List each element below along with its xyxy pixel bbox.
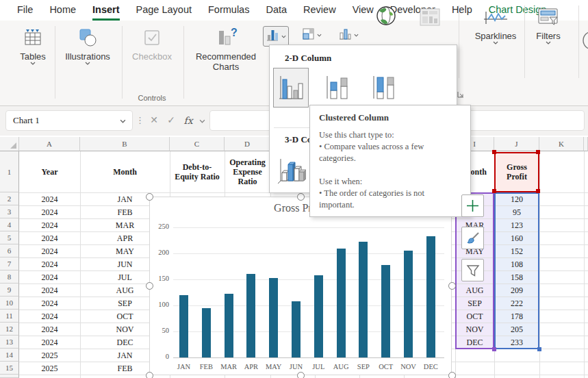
row-header-2[interactable]: 2 [0,192,19,205]
bar-MAY[interactable] [269,278,278,357]
chart-selection-handle[interactable] [297,372,305,378]
charts-dialog-launcher[interactable] [457,89,465,101]
chart-filters-button[interactable] [461,259,484,281]
insert-combo-chart-button[interactable] [338,27,359,43]
header-operating-expense-ratio[interactable]: Operating Expense Ratio [225,151,270,192]
bar-FEB[interactable] [202,308,211,357]
column-header-B[interactable]: B [80,137,170,151]
menu-tab-home[interactable]: Home [49,0,76,21]
row-header-13[interactable]: 13 [0,336,19,349]
insert-function-button[interactable]: fx [180,110,196,131]
chart-selection-handle[interactable] [146,193,153,201]
row-header-10[interactable]: 10 [0,297,19,310]
menu-tab-data[interactable]: Data [266,0,287,21]
range-handle[interactable] [536,189,540,193]
column-header-C[interactable]: C [170,137,225,151]
cell-year-4[interactable]: 2024 [19,218,80,231]
header-year[interactable]: Year [19,151,80,192]
bar-NOV[interactable] [404,251,413,357]
chart-value-range-border[interactable] [494,192,539,349]
row-header-3[interactable]: 3 [0,205,19,218]
hundred-stacked-column-option[interactable] [366,68,402,108]
row-header-11[interactable]: 11 [0,310,19,323]
chart-selection-handle[interactable] [448,372,456,378]
column-header-D[interactable]: D [225,137,270,151]
chart-selection-handle[interactable] [448,282,456,290]
bar-SEP[interactable] [359,242,368,357]
cell-year-8[interactable]: 2024 [19,270,80,284]
cell-year-10[interactable]: 2024 [19,297,80,310]
tables-button[interactable]: Tables [12,25,53,65]
select-all-corner[interactable] [0,137,19,151]
cancel-button[interactable]: ✕ [146,110,162,131]
chart-selection-handle[interactable] [146,372,153,378]
menu-tab-insert[interactable]: Insert [92,0,120,21]
cell-year-12[interactable]: 2024 [19,323,80,336]
cell-year-13[interactable]: 2024 [19,336,80,349]
cell-year-11[interactable]: 2024 [19,310,80,323]
range-handle[interactable] [537,347,541,351]
cell-year-5[interactable]: 2024 [19,231,80,244]
cell-year-14[interactable]: 2025 [19,349,80,362]
cell-year-3[interactable]: 2024 [19,205,80,218]
range-handle[interactable] [536,150,540,154]
insert-hierarchy-chart-button[interactable] [302,27,322,43]
filters-button[interactable]: Filters [528,4,568,45]
menu-tab-review[interactable]: Review [303,0,336,21]
bar-JAN[interactable] [179,295,188,357]
range-handle[interactable] [492,150,496,154]
row-header-1[interactable]: 1 [0,151,19,192]
cell-year-9[interactable]: 2024 [19,284,80,297]
row-header-8[interactable]: 8 [0,270,19,284]
bar-JUL[interactable] [314,275,323,357]
bar-OCT[interactable] [381,265,390,357]
menu-tab-file[interactable]: File [17,0,33,21]
bar-MAR[interactable] [225,294,233,357]
row-header-14[interactable]: 14 [0,349,19,362]
chevron-down-icon[interactable] [197,110,207,131]
chart-selection-handle[interactable] [146,282,153,290]
recommended-charts-button[interactable]: ? Recommended Charts [190,25,261,72]
row-header-6[interactable]: 6 [0,244,19,257]
cell-year-6[interactable]: 2024 [19,244,80,257]
menu-tab-page-layout[interactable]: Page Layout [136,0,192,21]
bar-DEC[interactable] [426,236,435,357]
name-box[interactable]: Chart 1 [5,110,133,131]
row-header-9[interactable]: 9 [0,284,19,297]
cell-year-15[interactable]: 2025 [19,362,80,375]
row-header-7[interactable]: 7 [0,257,19,270]
bar-JUN[interactable] [292,301,301,357]
chart-styles-button[interactable] [461,227,484,249]
clustered-column-option[interactable] [273,68,309,108]
cell-year-2[interactable]: 2024 [19,192,80,205]
column-header-A[interactable]: A [19,137,80,151]
header-debt-to-equity-ratio[interactable]: Debt-to-Equity Ratio [170,151,225,192]
range-handle[interactable] [492,189,496,193]
header-month[interactable]: Month [80,151,170,192]
sparklines-button[interactable]: Sparklines [471,4,520,45]
bar-AUG[interactable] [337,249,346,357]
illustrations-button[interactable]: Illustrations [63,25,112,65]
maps-button[interactable] [375,5,397,29]
column-header-J[interactable]: J [494,137,539,151]
column-header-K[interactable]: K [539,137,584,151]
menu-tab-help[interactable]: Help [452,0,472,21]
menu-tab-formulas[interactable]: Formulas [208,0,249,21]
menu-tab-view[interactable]: View [353,0,374,21]
row-header-5[interactable]: 5 [0,231,19,244]
cell-year-7[interactable]: 2024 [19,257,80,270]
stacked-column-option[interactable] [320,68,355,108]
row-header-15[interactable]: 15 [0,362,19,375]
chart-header-range-border[interactable] [494,152,539,192]
threed-clustered-column-option[interactable] [273,149,309,189]
formula-bar-resize-handle[interactable]: ⋮ [136,110,144,131]
embedded-chart[interactable]: Gross Profit 050100150200250JANFEBMARAPR… [149,197,452,375]
chart-elements-button[interactable] [461,194,484,217]
column-header-partial[interactable] [584,137,588,151]
chart-selection-handle[interactable] [297,193,305,201]
range-handle[interactable] [492,347,496,351]
chevron-down-icon[interactable] [120,119,126,123]
insert-column-chart-button[interactable] [263,26,289,47]
row-header-4[interactable]: 4 [0,218,19,231]
row-header-12[interactable]: 12 [0,323,19,336]
